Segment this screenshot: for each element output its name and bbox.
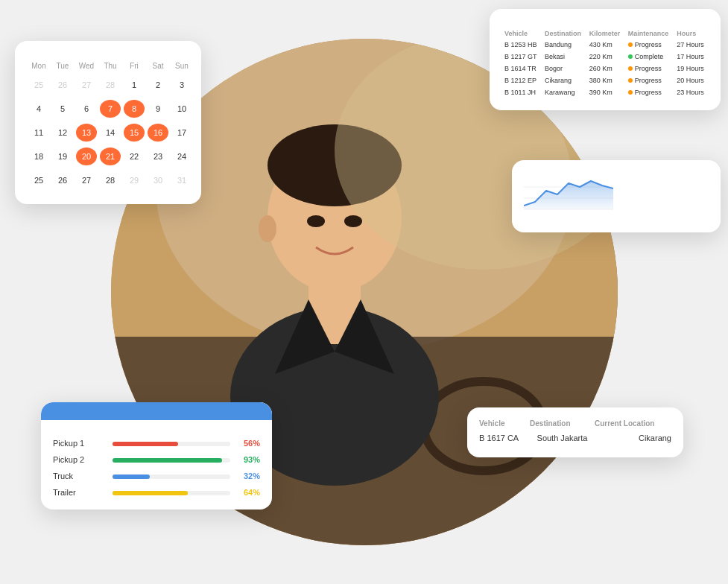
calendar-day[interactable]: 27 xyxy=(75,168,98,192)
calendar-grid: MonTueWedThuFriSatSun 252627281234567891… xyxy=(27,59,194,192)
report-destination: Cikarang xyxy=(542,74,586,86)
calendar-day[interactable]: 1 xyxy=(122,73,146,97)
calendar-day[interactable]: 7 xyxy=(98,97,122,121)
tracking-body: Pickup 1 56% Pickup 2 93% Truck xyxy=(41,420,272,510)
report-col-header: Maintenance xyxy=(625,28,674,39)
location-col-header: Current Location xyxy=(595,418,671,429)
tracking-row: Trailer 64% xyxy=(53,484,260,501)
calendar-day-header: Mon xyxy=(27,59,51,73)
vehicle-tracking-card: Pickup 1 56% Pickup 2 93% Truck xyxy=(41,402,272,510)
calendar-day[interactable]: 20 xyxy=(75,145,98,168)
calendar-day-header: Tue xyxy=(51,59,75,73)
calendar-day[interactable]: 3 xyxy=(170,73,194,97)
calendar-day[interactable]: 18 xyxy=(27,145,51,168)
tracking-type: Pickup 1 xyxy=(53,435,113,451)
calendar-day[interactable]: 26 xyxy=(51,168,75,192)
tracking-percentage: 32% xyxy=(230,468,260,484)
report-hours: 27 Hours xyxy=(674,39,709,51)
report-vehicle: B 1614 TR xyxy=(501,63,542,74)
tracking-bar xyxy=(113,451,231,468)
tracking-percentage: 56% xyxy=(230,435,260,451)
tracking-bar xyxy=(113,484,231,501)
calendar-day[interactable]: 14 xyxy=(98,121,122,145)
tracking-type: Trailer xyxy=(53,484,113,501)
calendar-day[interactable]: 27 xyxy=(75,73,98,97)
location-col-header: Vehicle xyxy=(479,418,530,429)
calendar-day[interactable]: 16 xyxy=(146,121,170,145)
report-col-header: Hours xyxy=(674,28,709,39)
calendar-day[interactable]: 22 xyxy=(122,145,146,168)
calendar-day[interactable]: 17 xyxy=(170,121,194,145)
calendar-day[interactable]: 10 xyxy=(170,97,194,121)
report-destination: Bekasi xyxy=(542,51,586,63)
calendar-day-header: Fri xyxy=(122,59,146,73)
report-vehicle: B 1011 JH xyxy=(501,86,542,98)
tracking-percentage: 64% xyxy=(230,484,260,501)
report-row: B 1217 GT Bekasi 220 Km Complete 17 Hour… xyxy=(501,51,709,63)
calendar-day[interactable]: 25 xyxy=(27,168,51,192)
calendar-day[interactable]: 28 xyxy=(98,168,122,192)
calendar-day[interactable]: 29 xyxy=(122,168,146,192)
report-hours: 20 Hours xyxy=(674,74,709,86)
report-vehicle: B 1212 EP xyxy=(501,74,542,86)
report-hours: 23 Hours xyxy=(674,86,709,98)
report-kilometer: 220 Km xyxy=(586,51,625,63)
report-col-header: Kilometer xyxy=(586,28,625,39)
report-kilometer: 430 Km xyxy=(586,39,625,51)
location-vehicle: B 1617 CA xyxy=(479,429,530,447)
tracking-header xyxy=(41,402,272,420)
report-vehicle: B 1253 HB xyxy=(501,39,542,51)
tracking-bar xyxy=(113,435,231,451)
report-maintenance: Complete xyxy=(625,51,674,63)
calendar-day[interactable]: 12 xyxy=(51,121,75,145)
report-kilometer: 380 Km xyxy=(586,74,625,86)
report-col-header: Vehicle xyxy=(501,28,542,39)
report-row: B 1253 HB Bandung 430 Km Progress 27 Hou… xyxy=(501,39,709,51)
calendar-day[interactable]: 30 xyxy=(146,168,170,192)
performance-card xyxy=(512,160,721,232)
calendar-day[interactable]: 23 xyxy=(146,145,170,168)
report-destination: Bandung xyxy=(542,39,586,51)
report-hours: 19 Hours xyxy=(674,63,709,74)
location-card: VehicleDestinationCurrent Location B 161… xyxy=(467,407,683,457)
calendar-day-header: Wed xyxy=(75,59,98,73)
calendar-day[interactable]: 11 xyxy=(27,121,51,145)
performance-chart xyxy=(524,172,700,220)
calendar-day[interactable]: 31 xyxy=(170,168,194,192)
calendar-day[interactable]: 28 xyxy=(98,73,122,97)
calendar-day[interactable]: 4 xyxy=(27,97,51,121)
svg-point-10 xyxy=(307,215,325,227)
tracking-percentage: 93% xyxy=(230,451,260,468)
tracking-bar xyxy=(113,468,231,484)
tracking-row: Pickup 1 56% xyxy=(53,435,260,451)
tracking-type: Truck xyxy=(53,468,113,484)
calendar-day[interactable]: 8 xyxy=(122,97,146,121)
calendar-day[interactable]: 19 xyxy=(51,145,75,168)
location-row: B 1617 CA South Jakarta Cikarang xyxy=(479,429,671,447)
tracking-row: Truck 32% xyxy=(53,468,260,484)
vehicle-report-card: VehicleDestinationKilometerMaintenanceHo… xyxy=(490,9,721,110)
calendar-day[interactable]: 13 xyxy=(75,121,98,145)
location-table: VehicleDestinationCurrent Location B 161… xyxy=(479,418,671,447)
report-row: B 1614 TR Bogor 260 Km Progress 19 Hours xyxy=(501,63,709,74)
tracking-col-type xyxy=(53,429,113,435)
calendar-day[interactable]: 9 xyxy=(146,97,170,121)
calendar-day[interactable]: 21 xyxy=(98,145,122,168)
tracking-row: Pickup 2 93% xyxy=(53,451,260,468)
calendar-day[interactable]: 26 xyxy=(51,73,75,97)
calendar-day[interactable]: 2 xyxy=(146,73,170,97)
calendar-day-header: Sat xyxy=(146,59,170,73)
calendar-day[interactable]: 6 xyxy=(75,97,98,121)
tracking-type: Pickup 2 xyxy=(53,451,113,468)
calendar-day[interactable]: 24 xyxy=(170,145,194,168)
calendar-card: MonTueWedThuFriSatSun 252627281234567891… xyxy=(15,41,201,204)
tracking-col-percentage xyxy=(113,429,231,435)
calendar-day[interactable]: 25 xyxy=(27,73,51,97)
calendar-day[interactable]: 5 xyxy=(51,97,75,121)
report-maintenance: Progress xyxy=(625,74,674,86)
report-row: B 1212 EP Cikarang 380 Km Progress 20 Ho… xyxy=(501,74,709,86)
report-row: B 1011 JH Karawang 390 Km Progress 23 Ho… xyxy=(501,86,709,98)
report-col-header: Destination xyxy=(542,28,586,39)
report-kilometer: 390 Km xyxy=(586,86,625,98)
calendar-day[interactable]: 15 xyxy=(122,121,146,145)
